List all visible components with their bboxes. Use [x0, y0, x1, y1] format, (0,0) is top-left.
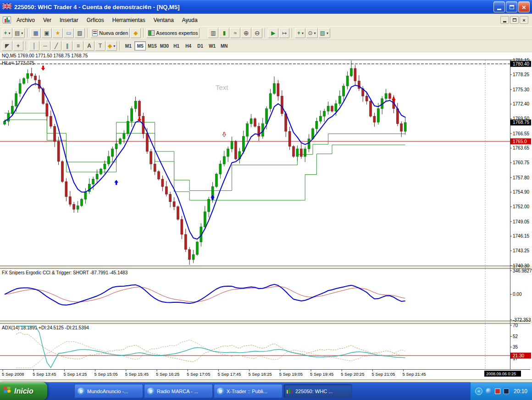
taskbar-task-xtrader[interactable]: e X-Trader :: Publi... — [214, 384, 283, 398]
fibonacci-icon: ≡ — [77, 43, 80, 49]
profiles-icon: ▤ — [15, 30, 20, 36]
new-chart-icon: + — [4, 30, 7, 36]
cursor-button[interactable]: ◤ — [2, 41, 12, 51]
level-lines — [0, 64, 510, 356]
timeframe-m15-button[interactable]: M15 — [146, 41, 158, 50]
menu-archivo[interactable]: Archivo — [12, 15, 39, 26]
menu-insertar[interactable]: Insertar — [55, 15, 83, 26]
svg-text:1763.65: 1763.65 — [513, 145, 530, 150]
timeframe-m1-button[interactable]: M1 — [122, 41, 134, 50]
navigator-icon: ★ — [55, 30, 60, 36]
chevron-down-icon: ▾ — [113, 44, 115, 48]
channel-button[interactable]: ∥ — [62, 41, 72, 51]
toolbar-separator — [265, 28, 266, 38]
text-tool-button[interactable]: A — [84, 41, 94, 51]
task-label: Radio MARCA - ... — [157, 389, 198, 394]
svg-text:5 Sep 15:45: 5 Sep 15:45 — [125, 372, 149, 377]
indicators-button[interactable]: +▾ — [295, 28, 305, 38]
svg-text:1746.15: 1746.15 — [513, 233, 530, 239]
timeframe-mn-button[interactable]: MN — [218, 41, 230, 50]
chevron-down-icon: ▾ — [327, 31, 328, 35]
system-tray: « 20:10 — [470, 382, 532, 400]
uk-flag-icon — [2, 3, 11, 11]
close-button[interactable]: × — [518, 1, 530, 12]
menu-herramientas[interactable]: Herramientas — [108, 15, 150, 26]
horizontal-line-button[interactable]: ─ — [40, 41, 50, 51]
vertical-line-button[interactable]: │ — [29, 41, 39, 51]
navigator-button[interactable]: ★ — [52, 28, 63, 38]
menu-ayuda[interactable]: Ayuda — [178, 15, 202, 26]
auto-scroll-button[interactable]: ▶ — [268, 28, 278, 38]
menu-graficos[interactable]: Grficos — [83, 15, 108, 26]
zoom-out-icon: ⊖ — [255, 30, 260, 36]
zoom-in-button[interactable]: ⊕ — [241, 28, 251, 38]
chart-shift-button[interactable]: ↦ — [279, 28, 289, 38]
chart-shift-icon: ↦ — [282, 30, 287, 36]
new-order-icon — [92, 30, 98, 36]
minimize-button[interactable] — [493, 1, 505, 12]
channel-icon: ∥ — [66, 43, 69, 49]
mdi-restore-button[interactable] — [510, 16, 519, 24]
metaeditor-button[interactable]: ◆ — [130, 28, 141, 38]
chevron-down-icon: ▾ — [314, 31, 316, 35]
taskbar-task-radiomarca[interactable]: e Radio MARCA - ... — [144, 384, 213, 398]
taskbar-task-mundoanuncio[interactable]: e MundoAnuncio -... — [74, 384, 143, 398]
menu-ver[interactable]: Ver — [39, 15, 55, 26]
timeframe-m5-button[interactable]: M5 — [134, 41, 146, 50]
periods-button[interactable]: ⊙▾ — [306, 28, 317, 38]
timeframe-m30-button[interactable]: M30 — [159, 41, 170, 50]
trendline-button[interactable]: ╱ — [51, 41, 61, 51]
svg-text:2008.09.06 0:25: 2008.09.06 0:25 — [486, 372, 516, 376]
svg-text:1772.40: 1772.40 — [513, 101, 530, 106]
terminal-button[interactable]: ▭ — [63, 28, 74, 38]
hide-icons-chevron[interactable]: « — [475, 388, 482, 395]
metaeditor-icon: ◆ — [133, 30, 138, 36]
line-chart-icon: ≈ — [234, 30, 237, 36]
svg-text:5 Sep 21:05: 5 Sep 21:05 — [371, 372, 395, 377]
strategy-tester-button[interactable]: ▧ — [74, 28, 85, 38]
zoom-in-icon: ⊕ — [244, 30, 249, 36]
internet-explorer-icon: e — [217, 388, 224, 395]
terminal-icon: ▭ — [66, 30, 71, 36]
candlestick-chart-icon: ▮ — [223, 30, 226, 36]
label-tool-button[interactable]: T — [95, 41, 105, 51]
zoom-out-button[interactable]: ⊖ — [252, 28, 262, 38]
internet-explorer-icon: e — [78, 388, 85, 395]
profiles-button[interactable]: ▤▾ — [13, 28, 25, 38]
timeframe-h1-button[interactable]: H1 — [171, 41, 182, 50]
svg-text:1768.75: 1768.75 — [513, 120, 530, 125]
candlesticks — [4, 61, 407, 265]
menu-ventana[interactable]: Ventana — [150, 15, 178, 26]
windows-logo-icon — [4, 387, 11, 395]
market-watch-button[interactable]: ▦ — [30, 28, 41, 38]
new-chart-button[interactable]: +▾ — [2, 28, 12, 38]
timeframe-d1-button[interactable]: D1 — [194, 41, 206, 50]
data-window-button[interactable]: ▣ — [41, 28, 52, 38]
crosshair-button[interactable]: + — [13, 41, 23, 51]
candlestick-chart-button[interactable]: ▮ — [219, 28, 229, 38]
mdi-minimize-button[interactable] — [500, 16, 509, 24]
fibonacci-button[interactable]: ≡ — [73, 41, 83, 51]
messenger-icon[interactable] — [486, 388, 492, 394]
svg-text:5 Sep 18:25: 5 Sep 18:25 — [249, 372, 272, 377]
monitor-icon[interactable] — [504, 389, 509, 394]
time-axis: 5 Sep 20085 Sep 13:455 Sep 14:255 Sep 15… — [2, 370, 521, 377]
title-bar: 225050: WHC Trader 4 - Cuenta de demostr… — [0, 0, 532, 14]
start-button[interactable]: Inicio — [0, 382, 47, 400]
templates-button[interactable]: ▧▾ — [318, 28, 330, 38]
sell-arrow-icon — [41, 66, 44, 70]
timeframe-w1-button[interactable]: W1 — [206, 41, 218, 50]
asesores-expertos-button[interactable]: Asesores expertos — [146, 28, 200, 38]
line-chart-button[interactable]: ≈ — [230, 28, 240, 38]
bar-chart-button[interactable]: ▥ — [208, 28, 218, 38]
shapes-button[interactable]: ◆▾ — [106, 41, 117, 51]
nueva-orden-button[interactable]: Nueva orden — [90, 28, 130, 38]
timeframe-h4-button[interactable]: H4 — [183, 41, 194, 50]
taskbar-task-whctrader[interactable]: 225050: WHC ... — [283, 384, 352, 398]
restore-button[interactable] — [506, 1, 517, 12]
chart-canvas[interactable]: NQ,M5 1769.00 1771.50 1768.75 1768.75 Hi… — [0, 52, 532, 379]
price-axis: 1781.151778.251775.301772.401769.501766.… — [510, 58, 531, 268]
alert-icon[interactable] — [495, 389, 500, 394]
svg-text:5 Sep 21:45: 5 Sep 21:45 — [403, 372, 426, 377]
mdi-close-button[interactable]: × — [520, 16, 528, 24]
